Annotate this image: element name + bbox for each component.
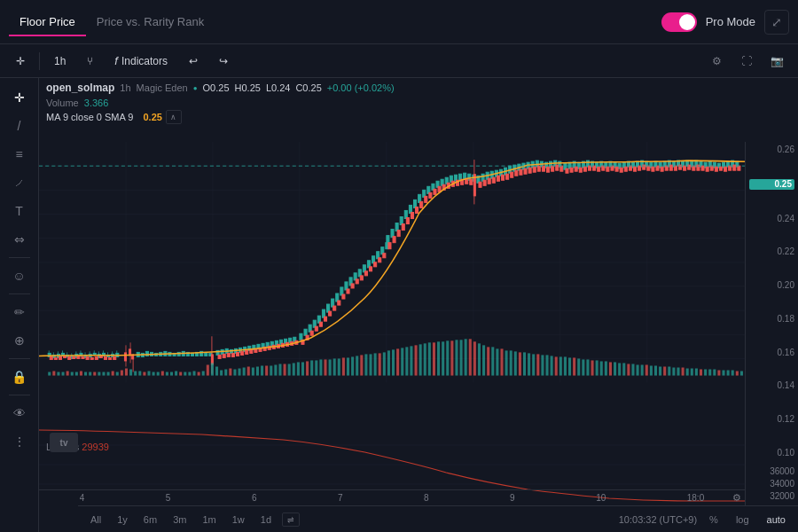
zoom-1y[interactable]: 1y [112,512,133,527]
svg-rect-305 [674,166,677,170]
auto-mode[interactable]: auto [762,512,791,527]
time-label-18: 18:0 [687,493,704,503]
zoom-6m[interactable]: 6m [138,512,162,527]
svg-rect-147 [315,326,317,331]
bottom-right: 10:03:32 (UTC+9) % log auto [619,512,791,527]
collapse-button[interactable]: ∧ [166,110,182,124]
svg-rect-65 [124,352,127,361]
svg-rect-318 [733,165,736,170]
svg-rect-46 [113,356,116,359]
screenshot-icon-btn[interactable]: 📷 [764,49,789,74]
svg-rect-40 [86,356,89,359]
svg-rect-292 [615,167,618,171]
svg-rect-226 [492,177,495,183]
indicators-label: Indicators [121,55,168,67]
zoom-tool[interactable]: ⊕ [5,328,34,353]
lock-tool[interactable]: 🔒 [5,364,34,389]
bottom-bar: All 1y 6m 3m 1m 1w 1d ⇌ 10:03:32 (UTC+9)… [78,505,798,532]
zoom-1m[interactable]: 1m [197,512,221,527]
pro-mode-toggle[interactable] [661,12,697,32]
candlestick-chart [39,142,745,383]
zoom-1w[interactable]: 1w [227,512,250,527]
svg-rect-43 [99,356,102,357]
crosshair-tool-sidebar[interactable]: ✛ [5,85,34,110]
auto-fit-icon[interactable]: ⚙ [729,489,745,505]
svg-rect-110 [236,352,239,356]
trend-line-tool[interactable]: / [5,113,34,138]
chart-area[interactable]: open_solmap 1h Magic Eden ● O0.25 H0.25 … [39,78,798,532]
listings-value: 29939 [82,442,109,452]
svg-rect-161 [379,258,381,262]
svg-rect-317 [729,166,732,170]
crosshair-tool[interactable]: ✛ [9,52,32,70]
time-axis: 4 5 6 7 8 9 10 18:0 [39,489,745,505]
price-scale: 0.26 0.25 0.24 0.22 0.20 0.18 0.16 0.14 … [745,142,798,461]
source-dot: ● [193,84,198,92]
ohlc-high: H0.25 [235,82,261,93]
log-mode[interactable]: log [731,512,755,527]
reset-zoom-icon[interactable]: ⇌ [282,512,300,527]
eye-tool[interactable]: 👁 [5,401,34,426]
svg-rect-229 [506,174,509,179]
emoji-tool[interactable]: ☺ [5,263,34,288]
time-label-4: 4 [80,493,85,503]
svg-rect-237 [542,166,544,171]
svg-rect-107 [223,354,225,357]
svg-rect-44 [104,356,106,359]
svg-rect-283 [575,167,577,171]
svg-rect-296 [633,167,636,171]
fx-icon: f [114,54,118,67]
fullscreen-icon-btn[interactable]: ⛶ [734,49,759,74]
zoom-all[interactable]: All [85,512,106,527]
tab-price-rarity[interactable]: Price vs. Rarity Rank [86,8,215,35]
svg-rect-112 [246,350,248,354]
svg-rect-183 [388,243,391,249]
svg-rect-38 [77,356,80,358]
settings-icon-btn[interactable]: ⚙ [704,49,729,74]
redo-button[interactable]: ↪ [212,52,235,70]
zoom-3m[interactable]: 3m [168,512,192,527]
measure-tool[interactable]: ⇔ [5,227,34,252]
svg-rect-240 [556,165,559,170]
svg-rect-299 [647,166,650,170]
svg-rect-235 [533,167,536,172]
svg-rect-162 [383,254,386,258]
svg-rect-289 [602,166,605,170]
ma-value: 0.25 [144,112,162,122]
text-tool[interactable]: T [5,199,34,223]
svg-rect-319 [738,166,740,170]
svg-rect-184 [393,237,395,243]
bar-type-selector[interactable]: ⑂ [80,52,100,70]
svg-rect-282 [570,168,573,172]
time-label-7: 7 [338,493,343,503]
more-tool[interactable]: ⋮ [5,429,34,454]
svg-rect-294 [624,167,627,171]
sidebar-sep-3 [9,358,30,359]
svg-rect-313 [710,166,713,170]
toolbar-right: ⚙ ⛶ 📷 [704,49,789,74]
zoom-1d[interactable]: 1d [255,512,277,527]
indicators-button[interactable]: f Indicators [107,51,175,70]
brush-tool[interactable]: ✏ [5,300,34,325]
undo-button[interactable]: ↩ [182,52,205,70]
svg-rect-108 [227,353,230,356]
svg-rect-148 [319,322,322,326]
svg-rect-157 [360,276,363,280]
svg-rect-149 [324,317,326,321]
svg-rect-186 [402,224,404,231]
svg-rect-37 [73,356,75,358]
svg-rect-150 [329,311,332,316]
percent-mode[interactable]: % [704,512,724,527]
horizontal-line-tool[interactable]: ≡ [5,142,34,167]
ray-line-tool[interactable]: ⟋ [5,170,34,195]
timeframe-selector[interactable]: 1h [47,52,73,70]
price-0.25-highlight: 0.25 [749,179,794,190]
svg-rect-42 [95,356,98,359]
tab-floor-price[interactable]: Floor Price [9,8,86,35]
ohlc-low: L0.24 [266,82,291,93]
expand-button[interactable]: ⤢ [764,10,789,35]
left-sidebar: ✛ / ≡ ⟋ T ⇔ ☺ ✏ ⊕ 🔒 👁 ⋮ [0,78,39,532]
svg-rect-225 [488,178,490,184]
svg-rect-230 [511,172,513,177]
svg-rect-284 [579,168,582,172]
